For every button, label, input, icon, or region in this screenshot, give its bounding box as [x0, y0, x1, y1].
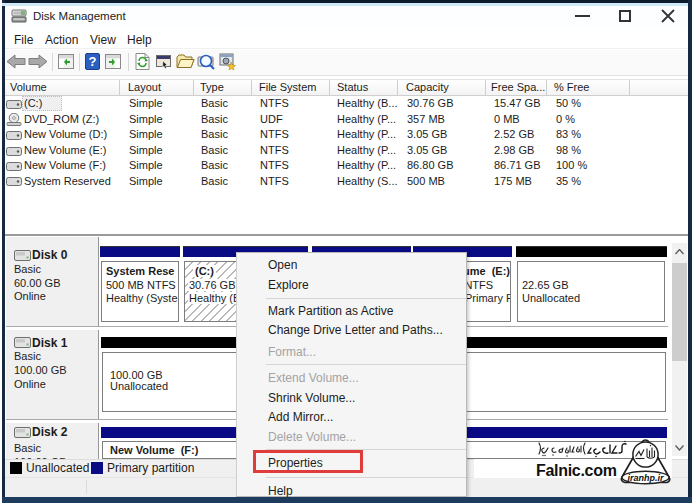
svg-text:?: ? [89, 54, 97, 69]
